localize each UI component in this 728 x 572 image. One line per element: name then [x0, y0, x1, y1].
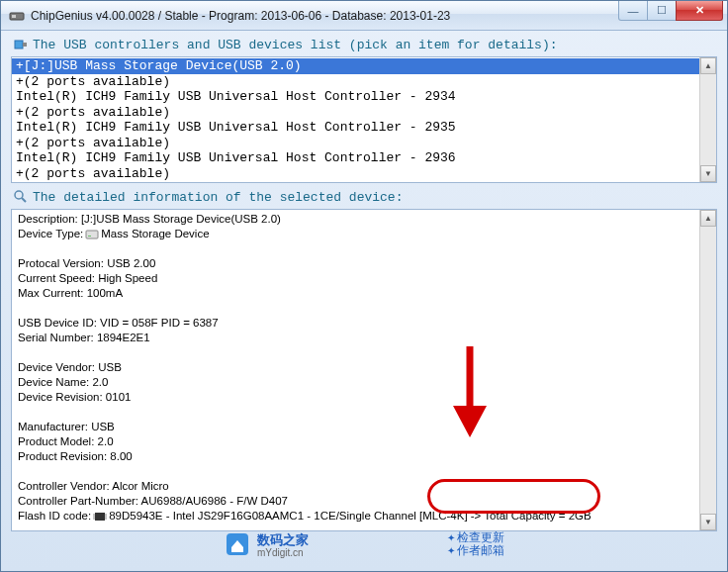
device-list-row[interactable]: +(2 ports available)	[12, 74, 699, 90]
svg-rect-3	[23, 43, 27, 47]
footer-brand[interactable]: 数码之家 mYdigit.cn	[224, 530, 309, 558]
svg-rect-7	[88, 236, 91, 237]
list-header-text: The USB controllers and USB devices list…	[33, 38, 550, 52]
detail-scrollbar[interactable]: ▲ ▼	[699, 210, 716, 530]
minimize-button[interactable]: —	[618, 1, 648, 21]
device-list-row[interactable]: Intel(R) ICH9 Family USB Universal Host …	[12, 181, 699, 183]
list-scrollbar[interactable]: ▲ ▼	[699, 57, 716, 182]
detail-section-header: The detailed information of the selected…	[11, 189, 717, 205]
author-mail-link[interactable]: ✦ 作者邮箱	[447, 544, 504, 557]
detail-speed: Current Speed: High Speed	[18, 271, 693, 286]
device-list-row[interactable]: +[J:]USB Mass Storage Device(USB 2.0)	[12, 58, 699, 74]
usb-icon	[13, 37, 29, 52]
detail-ctrl-vendor: Controller Vendor: Alcor Micro	[18, 479, 693, 494]
device-list-row[interactable]: +(2 ports available)	[12, 136, 699, 151]
home-icon	[224, 530, 251, 558]
device-list-panel: +[J:]USB Mass Storage Device(USB 2.0)+(2…	[11, 56, 717, 183]
chip-icon	[93, 511, 107, 523]
detail-revision: Device Revision: 0101	[18, 390, 693, 405]
detail-dev-name: Device Name: 2.0	[18, 375, 693, 390]
detail-usb-id: USB Device ID: VID = 058F PID = 6387	[18, 316, 693, 331]
sparkle-icon: ✦	[447, 531, 455, 544]
device-list-row[interactable]: Intel(R) ICH9 Family USB Universal Host …	[12, 120, 699, 136]
detail-device-type: Device Type: Mass Storage Device	[18, 227, 693, 241]
drive-icon	[85, 229, 99, 240]
detail-ctrl-part: Controller Part-Number: AU6988/AU6986 - …	[18, 494, 693, 509]
maximize-button[interactable]: ☐	[647, 1, 677, 21]
scroll-up-arrow[interactable]: ▲	[700, 57, 716, 74]
svg-rect-8	[95, 513, 105, 521]
scroll-up-arrow[interactable]: ▲	[700, 210, 716, 227]
detail-product-model: Product Model: 2.0	[18, 434, 693, 449]
svg-rect-1	[12, 15, 16, 18]
detail-vendor: Device Vendor: USB	[18, 360, 693, 375]
device-list-row[interactable]: +(2 ports available)	[12, 166, 699, 182]
scroll-down-arrow[interactable]: ▼	[700, 165, 716, 182]
svg-rect-6	[86, 231, 98, 238]
brand-name-en: mYdigit.cn	[257, 547, 309, 558]
titlebar[interactable]: ChipGenius v4.00.0028 / Stable - Program…	[1, 1, 727, 31]
device-list-row[interactable]: Intel(R) ICH9 Family USB Universal Host …	[12, 89, 699, 105]
device-detail-text[interactable]: Description: [J:]USB Mass Storage Device…	[12, 210, 699, 531]
content-area: The USB controllers and USB devices list…	[1, 31, 727, 571]
device-list-row[interactable]: +(2 ports available)	[12, 105, 699, 121]
svg-point-4	[15, 191, 23, 199]
app-window: ChipGenius v4.00.0028 / Stable - Program…	[0, 0, 728, 572]
detail-max-current: Max Current: 100mA	[18, 286, 693, 301]
device-list[interactable]: +[J:]USB Mass Storage Device(USB 2.0)+(2…	[12, 57, 699, 183]
search-icon	[13, 189, 29, 205]
footer: 数码之家 mYdigit.cn ✦ 检查更新 ✦ 作者邮箱	[11, 535, 717, 557]
detail-protocol: Protocal Version: USB 2.00	[18, 256, 693, 271]
footer-links: ✦ 检查更新 ✦ 作者邮箱	[447, 531, 504, 557]
close-button[interactable]: ✕	[676, 1, 723, 21]
svg-rect-2	[15, 41, 23, 48]
detail-description: Description: [J:]USB Mass Storage Device…	[18, 212, 693, 227]
list-section-header: The USB controllers and USB devices list…	[11, 37, 717, 52]
detail-flash-id: Flash ID code: 89D5943E - Intel JS29F16G…	[18, 509, 693, 524]
detail-manufacturer: Manufacturer: USB	[18, 420, 693, 434]
scroll-down-arrow[interactable]: ▼	[700, 514, 716, 530]
brand-name-cn: 数码之家	[257, 531, 309, 549]
detail-serial: Serial Number: 1894E2E1	[18, 331, 693, 345]
detail-product-revision: Product Revision: 8.00	[18, 449, 693, 464]
app-icon	[9, 8, 25, 24]
window-controls: — ☐ ✕	[619, 1, 723, 21]
svg-line-5	[22, 198, 26, 202]
device-list-row[interactable]: Intel(R) ICH9 Family USB Universal Host …	[12, 150, 699, 166]
device-detail-panel: Description: [J:]USB Mass Storage Device…	[11, 209, 717, 531]
detail-header-text: The detailed information of the selected…	[33, 190, 396, 205]
sparkle-icon: ✦	[447, 544, 455, 557]
